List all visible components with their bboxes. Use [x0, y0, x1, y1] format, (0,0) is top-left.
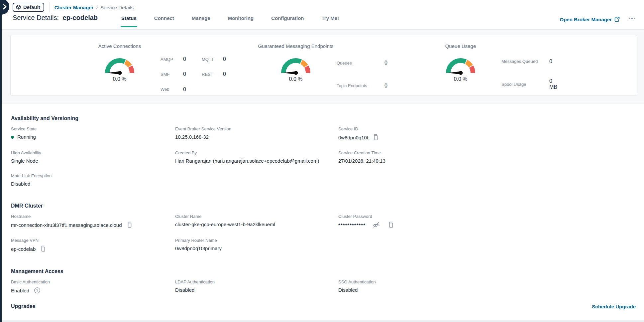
- gauge-dial: [275, 52, 316, 76]
- gauge-percent: 0.0 %: [113, 76, 127, 82]
- field-broker-version: Event Broker Service Version 10.25.0.168…: [175, 126, 338, 141]
- stat-value: 0 MB: [549, 78, 559, 90]
- hostname-label: Hostname: [11, 214, 175, 219]
- gauge-percent: 0.0 %: [454, 76, 468, 82]
- schedule-upgrade-link[interactable]: Schedule Upgrade: [592, 304, 636, 309]
- creation-time-label: Service Creation Time: [338, 150, 636, 155]
- stat-label: Web: [161, 87, 178, 92]
- open-broker-manager-link[interactable]: Open Broker Manager: [560, 17, 620, 22]
- cluster-password-label: Cluster Password: [338, 214, 636, 219]
- environment-default-badge[interactable]: Default: [13, 3, 44, 12]
- copy-icon: [388, 222, 394, 228]
- breadcrumb-current: Service Details: [100, 5, 134, 10]
- tab-manage[interactable]: Manage: [191, 13, 211, 27]
- section-dmr-title: DMR Cluster: [11, 203, 636, 209]
- section-upgrades-title: Upgrades: [11, 303, 36, 309]
- table-header-strip: [2, 320, 644, 322]
- mate-link-value: Disabled: [11, 181, 30, 187]
- service-state-label: Service State: [11, 126, 175, 131]
- tab-try-me[interactable]: Try Me!: [321, 13, 340, 27]
- page-title-prefix: Service Details:: [13, 14, 59, 21]
- basic-auth-help-button[interactable]: ?: [34, 287, 41, 294]
- chevron-right-icon: [2, 3, 7, 10]
- field-service-id: Service ID 0w8dpn0q10t: [338, 126, 636, 141]
- breadcrumb-link-cluster-manager[interactable]: Cluster Manager: [54, 5, 94, 10]
- field-hostname: Hostname mr-connection-xiru3i37tf1.messa…: [11, 214, 175, 228]
- svg-text:?: ?: [36, 288, 38, 292]
- broker-version-label: Event Broker Service Version: [175, 126, 338, 131]
- tab-configuration[interactable]: Configuration: [270, 13, 304, 27]
- field-ldap-auth: LDAP Authentication Disabled: [175, 279, 338, 294]
- badge-label: Default: [23, 4, 40, 10]
- gauge-stats: AMQP 0 MQTT 0 SMF 0 REST 0 Web 0: [161, 53, 230, 95]
- stat-value: 0: [384, 60, 394, 66]
- gauge-stats: Queues 0 Topic Endpoints 0: [337, 53, 394, 95]
- stat-label: SMF: [161, 72, 178, 77]
- service-metrics-card: Active Connections 0.0 % AMQP 0 MQTT 0 S…: [10, 35, 637, 96]
- stat-label: Messages Queued: [501, 59, 546, 64]
- tab-monitoring[interactable]: Monitoring: [227, 13, 254, 27]
- show-password-button[interactable]: [372, 222, 380, 228]
- copy-password-button[interactable]: [388, 222, 394, 228]
- copy-icon: [40, 245, 46, 252]
- stat-label: Topic Endpoints: [337, 83, 381, 88]
- high-availability-label: High Availability: [11, 150, 175, 155]
- stat-label: MQTT: [202, 57, 218, 62]
- gauge-title: Queue Usage: [445, 43, 476, 49]
- breadcrumb-separator: ›: [96, 5, 98, 10]
- ldap-auth-value: Disabled: [175, 287, 194, 293]
- stat-label: AMQP: [161, 57, 178, 62]
- gauge-guaranteed-messaging-endpoints: Guaranteed Messaging Endpoints 0.0 % Que…: [264, 43, 394, 95]
- primary-router-label: Primary Router Name: [175, 238, 338, 243]
- tab-connect[interactable]: Connect: [154, 13, 175, 27]
- basic-auth-value: Enabled: [11, 288, 29, 293]
- field-message-vpn: Message VPN ep-codelab: [11, 238, 175, 252]
- stat-label: REST: [202, 72, 218, 77]
- section-availability-title: Availability and Versioning: [11, 115, 636, 121]
- help-icon: ?: [34, 287, 41, 294]
- stat-value: 0: [384, 83, 394, 89]
- created-by-value: Hari Rangarajan (hari.rangarajan.solace+…: [175, 158, 319, 164]
- gauge-title: Active Connections: [98, 43, 141, 49]
- field-created-by: Created By Hari Rangarajan (hari.rangara…: [175, 150, 338, 164]
- sso-auth-label: SSO Authentication: [338, 279, 636, 284]
- copy-message-vpn-button[interactable]: [40, 245, 46, 252]
- stat-value: 0: [223, 71, 230, 77]
- service-id-label: Service ID: [338, 126, 636, 131]
- hostname-value: mr-connection-xiru3i37tf1.messaging.sola…: [11, 222, 122, 228]
- stat-value: 0: [183, 71, 196, 77]
- cluster-name-label: Cluster Name: [175, 214, 338, 219]
- stat-label: Queues: [337, 61, 381, 66]
- copy-icon: [127, 222, 133, 228]
- message-vpn-label: Message VPN: [11, 238, 175, 243]
- service-name: ep-codelab: [63, 14, 98, 21]
- ldap-auth-label: LDAP Authentication: [175, 279, 338, 284]
- copy-service-id-button[interactable]: [373, 134, 379, 141]
- field-high-availability: High Availability Single Node: [11, 150, 175, 164]
- high-availability-value: Single Node: [11, 158, 38, 164]
- copy-hostname-button[interactable]: [127, 222, 133, 228]
- breadcrumb: Cluster Manager › Service Details: [54, 5, 134, 10]
- copy-icon: [373, 134, 379, 141]
- eye-off-icon: [372, 222, 380, 228]
- field-cluster-name: Cluster Name cluster-gke-gcp-europe-west…: [175, 214, 338, 228]
- field-primary-router: Primary Router Name 0w8dpn0q10tprimary: [175, 238, 338, 252]
- stat-value: 0: [549, 59, 559, 65]
- created-by-label: Created By: [175, 150, 338, 155]
- field-service-state: Service State Running: [11, 126, 175, 141]
- stat-label: Spool Usage: [501, 82, 546, 87]
- field-cluster-password: Cluster Password ************: [338, 214, 636, 228]
- gauge-dial: [440, 52, 481, 76]
- field-sso-auth: SSO Authentication Disabled: [338, 279, 636, 294]
- more-menu-button[interactable]: •••: [628, 16, 636, 23]
- gauge-queue-usage: Queue Usage 0.0 % Messages Queued 0 Spoo…: [429, 43, 559, 95]
- field-creation-time: Service Creation Time 27/01/2026, 21:40:…: [338, 150, 636, 164]
- service-id-value: 0w8dpn0q10t: [338, 135, 368, 140]
- gauge-active-connections: Active Connections 0.0 % AMQP 0 MQTT 0 S…: [88, 43, 230, 95]
- tab-status[interactable]: Status: [121, 13, 137, 27]
- cluster-password-value: ************: [338, 222, 366, 228]
- stat-value: 0: [183, 56, 196, 62]
- gauge-stats: Messages Queued 0 Spool Usage 0 MB: [501, 53, 559, 95]
- external-link-icon: [614, 17, 620, 22]
- primary-router-value: 0w8dpn0q10tprimary: [175, 245, 222, 251]
